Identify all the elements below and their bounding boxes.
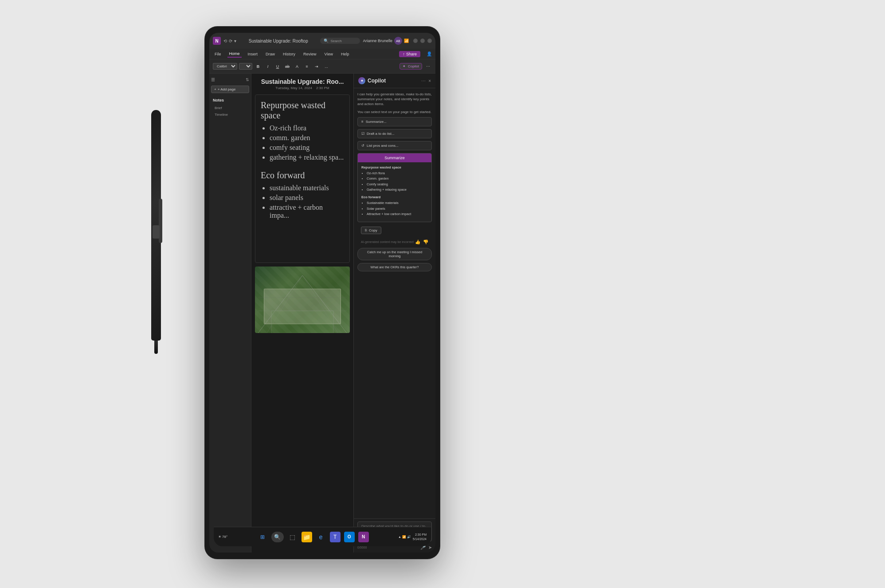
search-icon: 🔍: [324, 39, 329, 43]
menu-bar: File Home Insert Draw History Review Vie…: [209, 49, 435, 59]
summary-section-1-list: Oz-rich flora Comm. garden Comfy seating…: [361, 171, 428, 192]
stylus-tip: [154, 341, 158, 354]
note-header: Sustainable Upgrade: Roo... Tuesday, May…: [251, 74, 353, 94]
copy-button[interactable]: ⎘ Copy: [361, 227, 381, 234]
copilot-select-hint: You can select text on your page to get …: [357, 110, 432, 114]
summary-section-2-title: Eco forward: [361, 195, 428, 200]
copilot-header: ✦ Copilot ⋯ ×: [354, 74, 435, 88]
list-item: Sustainable materials: [367, 200, 428, 205]
suggestion-chip-1[interactable]: Catch me up on the meeting I missed morn…: [357, 248, 432, 260]
handwritten-title-1: Repurpose wasted space: [261, 100, 344, 121]
italic-button[interactable]: I: [264, 63, 272, 71]
suggestion-chip-2[interactable]: What are the OKRs this quarter?: [357, 263, 432, 271]
more-options-button[interactable]: ⋯: [424, 63, 432, 71]
more-button[interactable]: ...: [322, 63, 330, 71]
send-button[interactable]: ➤: [428, 545, 432, 550]
sidebar-page-timeline[interactable]: Timeline: [211, 111, 249, 118]
list-item: Comfy seating: [367, 182, 428, 187]
menu-history[interactable]: History: [281, 51, 297, 57]
tablet-screen: N ⟲ ⟳ ▾ Sustainable Upgrade: Rooftop 🔍 S…: [209, 33, 435, 553]
outlook-button[interactable]: O: [344, 532, 355, 542]
copilot-title: ✦ Copilot: [358, 77, 386, 84]
list-item: Gathering + relaxing space: [367, 187, 428, 192]
taskbar-center: ⊞ 🔍 ⬚ 📁 e T O N: [231, 532, 395, 542]
weather-widget: ☀ 78°: [218, 535, 227, 539]
title-bar-controls[interactable]: ⟲ ⟳ ▾: [223, 39, 236, 43]
draft-todo-action-button[interactable]: ☑ Draft a to do list...: [357, 129, 432, 138]
handwritten-content-1: Repurpose wasted space Oz-rich flora com…: [255, 94, 350, 263]
sidebar-menu-icon[interactable]: ☰: [211, 77, 215, 82]
pros-cons-action-button[interactable]: ↺ List pros and cons...: [357, 141, 432, 150]
onenote-app-icon: N: [213, 37, 221, 45]
copy-icon: ⎘: [365, 228, 367, 232]
taskbar: ☀ 78° ⊞ 🔍 ⬚ 📁 e T O N ▲ 📶 🔊: [214, 527, 431, 546]
underline-button[interactable]: U: [274, 63, 282, 71]
title-bar: N ⟲ ⟳ ▾ Sustainable Upgrade: Rooftop 🔍 S…: [209, 33, 435, 49]
menu-review[interactable]: Review: [302, 51, 318, 57]
copilot-header-buttons[interactable]: ⋯ ×: [421, 78, 431, 83]
bullet-list-button[interactable]: ≡: [303, 63, 311, 71]
profile-icon[interactable]: 👤: [427, 51, 432, 56]
add-icon: +: [214, 87, 216, 91]
menu-file[interactable]: File: [213, 51, 223, 57]
list-item: comfy seating: [270, 144, 344, 152]
share-button[interactable]: ↑ Share: [399, 51, 420, 57]
ribbon-copilot-button[interactable]: ✦ Copilot: [399, 63, 422, 70]
bold-button[interactable]: B: [254, 63, 262, 71]
list-item: attractive + carbon impa...: [270, 204, 344, 220]
share-icon: ↑: [403, 52, 405, 56]
search-taskbar-button[interactable]: 🔍: [271, 532, 284, 542]
summarize-icon: ≡: [361, 120, 364, 124]
menu-draw[interactable]: Draw: [264, 51, 277, 57]
pros-cons-icon: ↺: [361, 144, 364, 148]
user-info: Arianne Brunelle AB 📶: [363, 37, 409, 45]
note-area[interactable]: Sustainable Upgrade: Roo... Tuesday, May…: [251, 74, 353, 553]
teams-button[interactable]: T: [330, 532, 341, 542]
font-size-select[interactable]: 11: [239, 63, 252, 70]
copilot-close-button[interactable]: ×: [428, 78, 431, 83]
avatar: AB: [394, 37, 402, 45]
system-tray[interactable]: ▲ 📶 🔊: [398, 535, 411, 539]
list-item: Oz-rich flora: [270, 124, 344, 132]
thumbs-down-button[interactable]: 👎: [423, 239, 428, 244]
strikethrough-button[interactable]: ab: [283, 63, 291, 71]
sidebar-sort-icon[interactable]: ⇅: [246, 78, 249, 82]
edge-browser-button[interactable]: e: [316, 532, 326, 542]
content-area: ☰ ⇅ + + Add page Notes Brief Timeline Su…: [209, 74, 435, 553]
thumbs-up-button[interactable]: 👍: [415, 239, 420, 244]
todo-icon: ☑: [361, 132, 364, 136]
share-label: Share: [406, 52, 417, 56]
font-family-select[interactable]: Calibri: [213, 63, 237, 70]
add-page-button[interactable]: + + Add page: [211, 86, 249, 93]
minimize-button[interactable]: −: [413, 39, 418, 43]
indent-button[interactable]: ⇥: [313, 63, 321, 71]
menu-view[interactable]: View: [323, 51, 335, 57]
file-explorer-button[interactable]: 📁: [302, 532, 312, 542]
copilot-icon: ✦: [358, 77, 365, 84]
windows-start-button[interactable]: ⊞: [257, 532, 268, 542]
scene: N ⟲ ⟳ ▾ Sustainable Upgrade: Rooftop 🔍 S…: [0, 0, 885, 588]
menu-help[interactable]: Help: [339, 51, 351, 57]
weather-icon: ☀: [218, 535, 221, 539]
highlight-button[interactable]: A: [293, 63, 301, 71]
onenote-taskbar-button[interactable]: N: [358, 532, 369, 542]
ribbon: Calibri 11 B I U ab A ≡ ⇥ ... ✦ Copilot …: [209, 59, 435, 74]
stylus: [150, 110, 162, 358]
tablet-device: N ⟲ ⟳ ▾ Sustainable Upgrade: Rooftop 🔍 S…: [205, 27, 440, 559]
close-button[interactable]: ×: [427, 39, 432, 43]
menu-home[interactable]: Home: [227, 51, 242, 58]
sidebar-page-brief[interactable]: Brief: [211, 105, 249, 111]
window-controls[interactable]: − □ ×: [413, 39, 432, 43]
summarize-action-button[interactable]: ≡ Summarize...: [357, 117, 432, 126]
handwritten-list-2: sustainable materials solar panels attra…: [261, 184, 344, 220]
task-view-button[interactable]: ⬚: [287, 532, 298, 542]
copilot-more-button[interactable]: ⋯: [421, 78, 426, 83]
title-bar-search[interactable]: 🔍 Search: [320, 38, 360, 44]
feedback-buttons[interactable]: 👍 👎: [415, 239, 428, 244]
clock: 2:30 PM 5/14/2024: [413, 533, 427, 541]
menu-insert[interactable]: Insert: [246, 51, 260, 57]
handwritten-section-2: Eco forward sustainable materials solar …: [261, 170, 344, 220]
maximize-button[interactable]: □: [420, 39, 425, 43]
stylus-button: [153, 225, 160, 239]
list-item: comm. garden: [270, 134, 344, 142]
